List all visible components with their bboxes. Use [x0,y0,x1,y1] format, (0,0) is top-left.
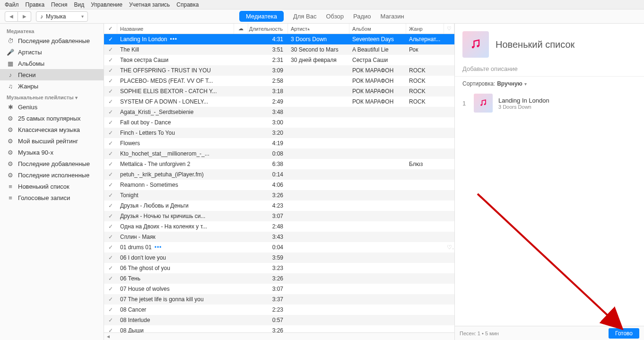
tab-Магазин[interactable]: Магазин [381,13,404,20]
playlist-tracks[interactable]: 1Landing In London3 Doors Down [455,91,644,326]
row-checkbox: ✓ [104,202,117,209]
row-checkbox: ✓ [104,119,117,126]
tab-Обзор[interactable]: Обзор [326,13,344,20]
row-duration: 3:23 [248,265,288,271]
row-name: Finch - Letters To You [117,130,234,136]
table-row[interactable]: ✓06 Тень3:26 [104,273,454,284]
table-row[interactable]: ✓Одна на Двоих - На коленях у т...2:48 [104,221,454,232]
menu-файл[interactable]: Файл [5,1,19,8]
tab-Для Вас[interactable]: Для Вас [293,13,316,20]
row-checkbox: ✓ [104,182,117,188]
table-row[interactable]: ✓Flowers4:19 [104,138,454,148]
row-checkbox: ✓ [104,223,117,230]
menu-правка[interactable]: Правка [26,1,45,8]
playlist-sort[interactable]: Сортировка: Вручную ▾ [455,77,644,91]
table-row[interactable]: ✓Tonight3:26 [104,190,454,201]
table-row[interactable]: ✓The Kill3:5130 Second to MarsA Beautifu… [104,44,454,55]
row-album: A Beautiful Lie [349,46,406,53]
table-row[interactable]: ✓Landing In London•••4:313 Doors DownSev… [104,34,454,44]
table-row[interactable]: ✓SYSTEM OF A DOWN - LONELY...2:49РОК МАР… [104,96,454,107]
table-row[interactable]: ✓Fall out boy - Dance3:00 [104,117,454,128]
sidebar-item-Последние исполненные[interactable]: ⚙Последние исполненные [0,169,104,181]
row-name: Mettalica - The unforgiven 2 [117,161,234,167]
row-name: 08 Interlude [117,317,234,323]
menu-управление[interactable]: Управление [91,1,122,8]
sidebar-item-Последние добавленные[interactable]: ⚙Последние добавленные [0,158,104,169]
sidebar-item-Альбомы[interactable]: ▦Альбомы [0,58,104,69]
menu-справка[interactable]: Справка [176,1,199,8]
table-row[interactable]: ✓petuh_-_krik_petuha_(iPlayer.fm)0:14 [104,169,454,180]
sidebar-item-Последние добавленные[interactable]: ⏱Последние добавленные [0,35,104,46]
song-list-panel: ✓ Название ☁ Длительность Артист ▴ Альбо… [104,24,455,340]
table-row[interactable]: ✓Kto_hochet_stat__millionerom_-_...0:08 [104,148,454,159]
column-genre[interactable]: Жанр [406,24,444,34]
row-checkbox: ✓ [104,317,117,323]
nav-back-button[interactable]: ◀ [5,11,18,22]
row-name: Друзья - Любовь и Деньги [117,202,234,209]
media-type-selector[interactable]: ♪ Музыка ▾ [36,11,88,22]
table-row[interactable]: ✓Mettalica - The unforgiven 26:38Блюз [104,159,454,169]
table-row[interactable]: ✓THE OFFSPRING - TRUST IN YOU3:09РОК МАР… [104,65,454,76]
sidebar-item-Классическая музыка[interactable]: ⚙Классическая музыка [0,124,104,135]
menu-песня[interactable]: Песня [51,1,67,8]
table-row[interactable]: ✓Agata_Kristi_-_Serdtsebienie3:48 [104,107,454,117]
table-row[interactable]: ✓07 House of wolves3:07 [104,284,454,294]
table-row[interactable]: ✓08 Interlude0:57 [104,315,454,325]
table-row[interactable]: ✓Сплин - Маяк3:43 [104,232,454,242]
tab-Медиатека[interactable]: Медиатека [239,11,284,22]
column-heart[interactable]: ♡ [444,24,454,34]
column-name[interactable]: Название [117,24,234,34]
column-album[interactable]: Альбом [349,24,406,34]
menu-учетная запись[interactable]: Учетная запись [129,1,170,8]
row-duration: 4:19 [248,140,288,147]
sidebar-item-Мой высший рейтинг[interactable]: ⚙Мой высший рейтинг [0,135,104,147]
row-genre: ROCK [406,88,444,95]
playlist-artwork[interactable] [462,31,489,58]
table-row[interactable]: ✓PLACEBO- MEDS (FEAT. VV OF T...2:58РОК … [104,76,454,86]
menu-вид[interactable]: Вид [74,1,85,8]
table-row[interactable]: ✓08 Cancer2:23 [104,305,454,315]
sidebar-item-Genius[interactable]: ✱Genius [0,101,104,113]
table-row[interactable]: ✓SOPHIE ELLIS BEXTOR - CATCH Y...3:18РОК… [104,86,454,96]
sidebar-item-Песни[interactable]: ♪Песни [0,69,104,80]
row-checkbox: ✓ [104,98,117,105]
sidebar-item-label: Мой высший рейтинг [18,138,78,145]
column-cloud[interactable]: ☁ [234,24,248,34]
more-icon[interactable]: ••• [170,36,177,43]
tab-Радио[interactable]: Радио [353,13,371,20]
playlist-track[interactable]: 1Landing In London3 Doors Down [455,91,644,115]
row-duration: 3:37 [248,296,288,303]
sidebar-item-Артисты[interactable]: 🎤Артисты [0,46,104,58]
row-album: РОК МАРАФОН [349,67,406,74]
table-row[interactable]: ✓07 The jetset life is gonna kill you3:3… [104,294,454,305]
table-row[interactable]: ✓Друзья - Ночью ты кричишь си...3:07 [104,211,454,221]
sidebar-item-25 самых популярных[interactable]: ⚙25 самых популярных [0,113,104,124]
playlist-description[interactable]: Добавьте описание [455,65,644,77]
table-row[interactable]: ✓Finch - Letters To You3:20 [104,128,454,138]
row-name: 01 drums 01••• [117,244,234,251]
horizontal-scrollbar[interactable]: ◄ [104,332,454,340]
column-artist[interactable]: Артист ▴ [288,24,349,34]
sidebar-item-Голосовые записи[interactable]: ≡Голосовые записи [0,192,104,203]
sidebar-item-Новенький список[interactable]: ≡Новенький список [0,181,104,192]
column-checkbox[interactable]: ✓ [104,24,117,34]
table-row[interactable]: ✓08 Дыши3:26 [104,325,454,332]
sidebar-item-Музыка 90-х[interactable]: ⚙Музыка 90-х [0,147,104,158]
table-row[interactable]: ✓01 drums 01•••0:04♡ [104,242,454,253]
done-button[interactable]: Готово [609,328,639,339]
sidebar-item-Жанры[interactable]: ♫Жанры [0,80,104,92]
table-body[interactable]: ✓Landing In London•••4:313 Doors DownSev… [104,34,454,332]
playlist-title[interactable]: Новенький список [496,39,574,50]
row-duration: 3:07 [248,213,288,219]
table-row[interactable]: ✓Reamonn - Sometimes4:06 [104,180,454,190]
table-row[interactable]: ✓06 I don't love you3:59 [104,253,454,263]
table-row[interactable]: ✓06 The ghost of you3:23 [104,263,454,273]
row-checkbox: ✓ [104,275,117,282]
table-row[interactable]: ✓Твоя сестра Саши2:3130 дней февраляСест… [104,55,454,65]
sidebar-playlists-header[interactable]: Музыкальные плейлисты ▾ [0,92,104,101]
sidebar-item-label: Genius [18,104,37,111]
table-row[interactable]: ✓Друзья - Любовь и Деньги4:23 [104,201,454,211]
nav-forward-button[interactable]: ▶ [18,11,31,22]
column-duration[interactable]: Длительность [248,24,288,34]
more-icon[interactable]: ••• [155,244,162,251]
